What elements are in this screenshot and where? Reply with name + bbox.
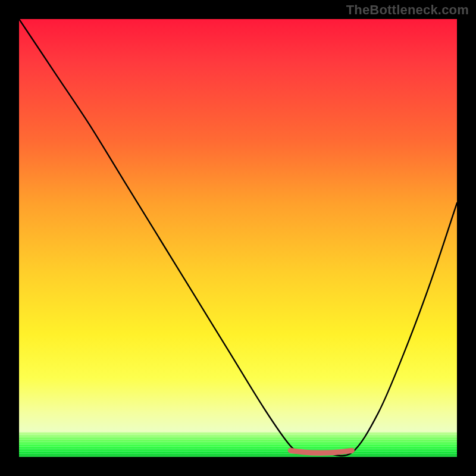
chart-svg [19, 19, 457, 457]
chart-frame: TheBottleneck.com [0, 0, 476, 476]
plot-area [19, 19, 457, 457]
bottleneck-curve-path [19, 19, 457, 456]
watermark-text: TheBottleneck.com [346, 2, 469, 18]
optimal-range-marker [290, 450, 352, 453]
